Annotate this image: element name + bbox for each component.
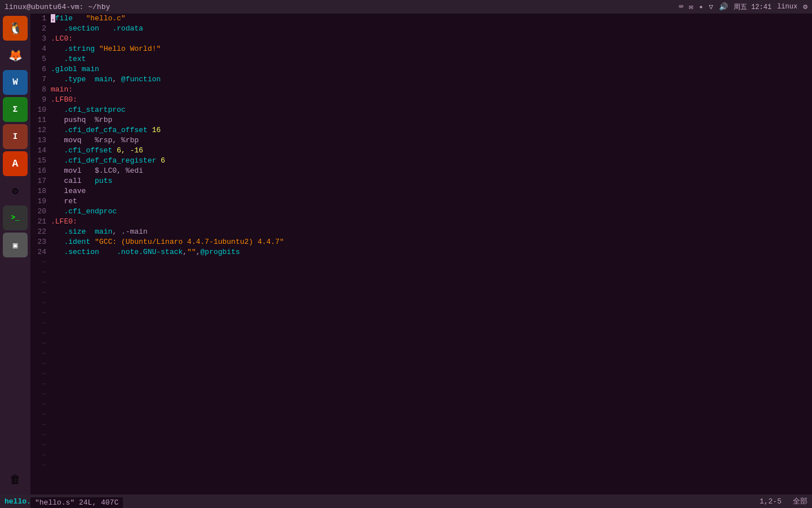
code-line: ~ xyxy=(30,278,812,288)
code-line: 13 movq %rsp, %rbp xyxy=(30,135,812,146)
line-number: 17 xyxy=(30,176,51,186)
line-content: .LC0: xyxy=(51,34,73,44)
code-line: 16 movl $.LC0, %edi xyxy=(30,166,812,176)
line-number: ~ xyxy=(30,400,51,410)
sidebar: 🐧 🦊 W Σ I A ⚙ >_ ▣ 🗑 xyxy=(0,14,30,494)
code-line: 11 pushq %rbp xyxy=(30,115,812,125)
line-content: .ident "GCC: (Ubuntu/Linaro 4.4.7-1ubunt… xyxy=(51,237,284,247)
datetime: 周五 12:41 xyxy=(734,2,771,12)
line-number: 1 xyxy=(30,14,51,24)
line-number: 14 xyxy=(30,146,51,156)
line-number: 15 xyxy=(30,156,51,166)
code-line: 18 leave xyxy=(30,186,812,196)
line-content: main: xyxy=(51,85,73,95)
code-line: 3.LC0: xyxy=(30,34,812,44)
line-number: 13 xyxy=(30,135,51,146)
line-number: ~ xyxy=(30,359,51,369)
line-content: .cfi_def_cfa_offset 16 xyxy=(51,125,161,135)
code-line: 12 .cfi_def_cfa_offset 16 xyxy=(30,125,812,135)
code-line: ~ xyxy=(30,450,812,461)
line-number: 10 xyxy=(30,105,51,115)
line-number: 9 xyxy=(30,95,51,105)
topbar: linux@ubuntu64-vm: ~/hby ⌨ ✉ ✦ ▽ 🔊 周五 12… xyxy=(0,0,812,14)
line-number: ~ xyxy=(30,420,51,430)
code-line: 8main: xyxy=(30,85,812,95)
line-number: 3 xyxy=(30,34,51,44)
line-content: .cfi_startproc xyxy=(51,105,126,115)
vm-icon[interactable]: ▣ xyxy=(3,233,28,257)
line-number: 20 xyxy=(30,207,51,217)
line-number: 2 xyxy=(30,24,51,34)
line-number: ~ xyxy=(30,369,51,379)
line-content: .cfi_def_cfa_register 6 xyxy=(51,156,165,166)
code-line: ~ xyxy=(30,298,812,308)
line-content: ret xyxy=(51,196,77,207)
line-content: .string "Hello World!" xyxy=(51,44,161,54)
line-number: ~ xyxy=(30,318,51,329)
code-line: 1.file "hello.c" xyxy=(30,14,812,24)
writer-icon[interactable]: W xyxy=(3,70,28,95)
code-line: 10 .cfi_startproc xyxy=(30,105,812,115)
line-content: pushq %rbp xyxy=(51,115,112,125)
impress-icon[interactable]: I xyxy=(3,124,28,149)
code-line: ~ xyxy=(30,329,812,339)
line-number: 16 xyxy=(30,166,51,176)
line-number: 8 xyxy=(30,85,51,95)
line-content: .text xyxy=(51,54,86,64)
code-line: ~ xyxy=(30,379,812,389)
code-line: 15 .cfi_def_cfa_register 6 xyxy=(30,156,812,166)
code-line: ~ xyxy=(30,257,812,268)
ubuntu-dash-icon[interactable]: 🐧 xyxy=(3,16,28,41)
line-number: 22 xyxy=(30,227,51,237)
topbar-right: ⌨ ✉ ✦ ▽ 🔊 周五 12:41 linux ⚙ xyxy=(679,2,807,12)
firefox-icon[interactable]: 🦊 xyxy=(3,43,28,68)
mail-icon: ✉ xyxy=(689,2,693,11)
vim-editor[interactable]: 1.file "hello.c"2 .section .rodata3.LC0:… xyxy=(30,14,812,494)
code-line: ~ xyxy=(30,461,812,471)
terminal-icon[interactable]: >_ xyxy=(3,205,28,230)
line-content: .LFE0: xyxy=(51,217,77,227)
code-line: ~ xyxy=(30,420,812,430)
code-line: 9.LFB0: xyxy=(30,95,812,105)
line-number: ~ xyxy=(30,389,51,400)
line-number: ~ xyxy=(30,410,51,420)
line-content: .LFB0: xyxy=(51,95,77,105)
code-line: ~ xyxy=(30,359,812,369)
line-number: 21 xyxy=(30,217,51,227)
line-number: 11 xyxy=(30,115,51,125)
code-line: ~ xyxy=(30,400,812,410)
line-number: 19 xyxy=(30,196,51,207)
line-number: 7 xyxy=(30,75,51,85)
line-content: .size main, .-main xyxy=(51,227,148,237)
volume-icon: 🔊 xyxy=(719,2,728,11)
window-title: linux@ubuntu64-vm: ~/hby xyxy=(5,3,110,11)
code-line: ~ xyxy=(30,268,812,278)
line-number: ~ xyxy=(30,329,51,339)
line-number: 5 xyxy=(30,54,51,64)
line-number: 12 xyxy=(30,125,51,135)
settings-icon[interactable]: ⚙ xyxy=(3,178,28,203)
code-content: 1.file "hello.c"2 .section .rodata3.LC0:… xyxy=(30,14,812,481)
line-number: ~ xyxy=(30,268,51,278)
line-number: 4 xyxy=(30,44,51,54)
system-settings-icon[interactable]: ⚙ xyxy=(803,2,807,11)
code-line: 14 .cfi_offset 6, -16 xyxy=(30,146,812,156)
line-number: 6 xyxy=(30,64,51,75)
main-area: 🐧 🦊 W Σ I A ⚙ >_ ▣ 🗑 1.file "hello.c"2 .… xyxy=(0,14,812,494)
line-number: 18 xyxy=(30,186,51,196)
line-number: ~ xyxy=(30,298,51,308)
line-content: .cfi_offset 6, -16 xyxy=(51,146,143,156)
line-number: ~ xyxy=(30,257,51,268)
code-line: 24 .section .note.GNU-stack,"",@progbits xyxy=(30,247,812,257)
code-line: 5 .text xyxy=(30,54,812,64)
line-content: .section .rodata xyxy=(51,24,143,34)
code-line: 23 .ident "GCC: (Ubuntu/Linaro 4.4.7-1ub… xyxy=(30,237,812,247)
trash-icon[interactable]: 🗑 xyxy=(3,467,28,492)
draw-icon[interactable]: A xyxy=(3,151,28,176)
line-number: ~ xyxy=(30,288,51,298)
file-info-line: "hello.s" 24L, 407C xyxy=(30,497,123,508)
calc-icon[interactable]: Σ xyxy=(3,97,28,122)
code-line: 19 ret xyxy=(30,196,812,207)
code-line: ~ xyxy=(30,410,812,420)
line-number: 24 xyxy=(30,247,51,257)
